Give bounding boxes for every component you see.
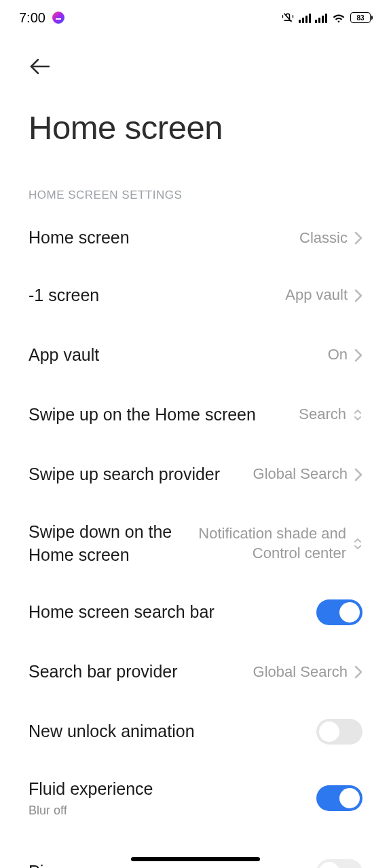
messenger-notification-icon [52, 12, 64, 24]
setting-value: Search [299, 405, 346, 425]
setting-value: Global Search [253, 663, 348, 682]
setting-label: Home screen search bar [29, 601, 316, 624]
wifi-icon [331, 12, 346, 24]
setting-app-vault[interactable]: App vault On [29, 326, 362, 385]
setting-value: Global Search [253, 465, 348, 484]
setting-label: Search bar provider [29, 660, 253, 684]
setting-pin-apps[interactable]: Pin apps [29, 834, 362, 868]
setting-search-bar-provider[interactable]: Search bar provider Global Search [29, 642, 362, 702]
setting-label: New unlock animation [29, 720, 316, 743]
setting-value: On [328, 345, 348, 365]
vibrate-mute-icon [281, 11, 295, 24]
signal-bars-icon-2 [315, 12, 327, 23]
setting-label: Pin apps [29, 861, 316, 868]
setting-fluid-experience[interactable]: Fluid experience Blur off [29, 762, 362, 834]
toggle-switch[interactable] [316, 859, 362, 868]
chevron-right-icon [354, 468, 362, 481]
setting-value: Notification shade and Control center [197, 524, 346, 563]
up-down-selector-icon [353, 408, 362, 422]
status-time: 7:00 [19, 10, 45, 26]
home-indicator[interactable] [131, 857, 260, 861]
setting-label: Swipe up on the Home screen [29, 403, 299, 427]
setting-subtext: Blur off [29, 804, 164, 818]
setting-label: Home screen [29, 226, 299, 250]
setting-minus1-screen[interactable]: -1 screen App vault [29, 266, 362, 326]
setting-label: App vault [29, 344, 328, 367]
back-button[interactable] [29, 57, 50, 76]
setting-label: Fluid experience [29, 778, 164, 801]
battery-icon: 83 [350, 12, 371, 23]
setting-swipe-up[interactable]: Swipe up on the Home screen Search [29, 385, 362, 445]
setting-label: Swipe down on the Home screen [29, 521, 197, 567]
up-down-selector-icon [353, 536, 362, 551]
setting-unlock-animation[interactable]: New unlock animation [29, 702, 362, 762]
setting-home-screen[interactable]: Home screen Classic [29, 202, 362, 266]
setting-value: App vault [285, 285, 348, 305]
page-title: Home screen [0, 76, 391, 146]
setting-value: Classic [299, 229, 348, 248]
toggle-switch[interactable] [316, 785, 362, 811]
toggle-switch[interactable] [316, 599, 362, 625]
signal-bars-icon [299, 12, 311, 23]
setting-home-search-bar[interactable]: Home screen search bar [29, 583, 362, 642]
setting-label: Swipe up search provider [29, 463, 253, 486]
setting-swipe-down[interactable]: Swipe down on the Home screen Notificati… [29, 505, 362, 583]
setting-swipe-up-provider[interactable]: Swipe up search provider Global Search [29, 445, 362, 505]
chevron-right-icon [354, 665, 362, 679]
chevron-right-icon [354, 289, 362, 302]
chevron-right-icon [354, 231, 362, 245]
status-bar: 7:00 83 [0, 0, 391, 35]
section-header: HOME SCREEN SETTINGS [0, 146, 391, 202]
chevron-right-icon [354, 349, 362, 362]
toggle-switch[interactable] [316, 719, 362, 745]
setting-label: -1 screen [29, 284, 285, 307]
